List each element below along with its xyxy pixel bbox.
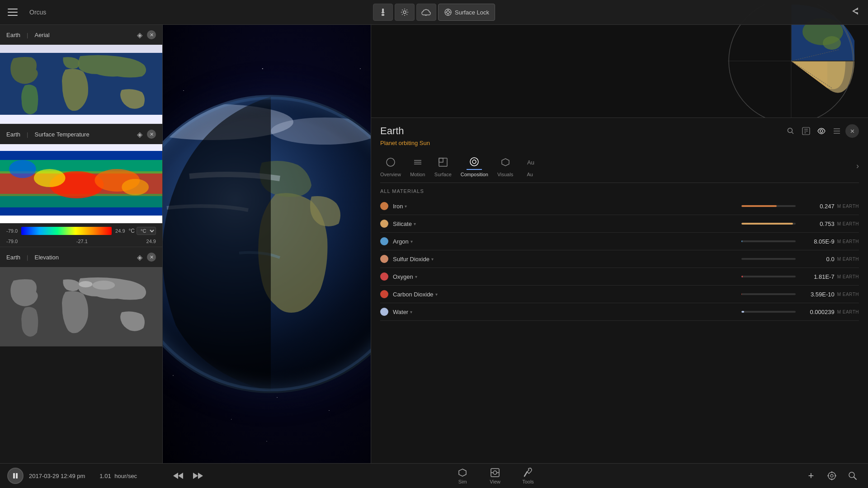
search-button[interactable] xyxy=(784,124,797,138)
material-color-4 xyxy=(380,272,388,281)
svg-line-82 xyxy=(854,477,856,479)
tab-visuals-label: Visuals xyxy=(497,172,513,177)
elevation-svg xyxy=(0,267,162,346)
tab-visuals[interactable]: Visuals xyxy=(497,155,513,177)
svg-marker-67 xyxy=(173,473,178,479)
rewind-button[interactable] xyxy=(170,468,186,484)
svg-point-81 xyxy=(849,472,854,478)
material-chevron-4[interactable]: ▾ xyxy=(415,274,417,279)
temp-unit-select[interactable]: °C°FK xyxy=(137,227,156,235)
surface-lock-button[interactable]: Surface Lock xyxy=(438,4,495,21)
panel-action-icons: ✕ xyxy=(784,124,859,138)
material-color-1 xyxy=(380,220,388,228)
aerial-layers-button[interactable]: ◈ xyxy=(137,31,142,39)
tab-composition[interactable]: Composition xyxy=(461,155,488,177)
tab-sim[interactable]: Sim xyxy=(450,465,475,486)
share-button[interactable] xyxy=(851,6,861,19)
tab-overview[interactable]: Overview xyxy=(380,155,401,177)
svg-marker-68 xyxy=(193,473,198,479)
surface-temp-title: Earth | Surface Temperature xyxy=(6,131,90,138)
svg-rect-15 xyxy=(0,144,162,151)
material-bar-fill-1 xyxy=(741,223,793,225)
material-chevron-5[interactable]: ▾ xyxy=(435,292,438,297)
material-bar-bg-5 xyxy=(741,293,796,295)
svg-rect-1 xyxy=(382,14,384,16)
materials-list: Iron ▾ 0.247 M EARTH Silicate ▾ 0.753 xyxy=(380,197,859,321)
svg-rect-13 xyxy=(0,115,162,124)
cloud-button[interactable] xyxy=(416,4,436,21)
elevation-controls: ◈ ✕ xyxy=(137,253,156,262)
time-speed: 1.01 hour/sec xyxy=(99,473,137,479)
elevation-layers-button[interactable]: ◈ xyxy=(137,253,142,262)
earth-svg xyxy=(163,95,371,393)
aerial-header: Earth | Aerial ◈ ✕ xyxy=(0,25,162,45)
material-chevron-6[interactable]: ▾ xyxy=(410,310,412,314)
bottom-center: Sim View Tools xyxy=(213,465,778,486)
bottom-left: 2017-03-29 12:49 pm 1.01 hour/sec xyxy=(0,468,163,484)
section-title: ALL MATERIALS xyxy=(380,183,859,197)
bottom-skip-controls xyxy=(163,468,213,484)
torch-button[interactable] xyxy=(373,4,393,21)
tab-motion[interactable]: Motion xyxy=(410,155,425,177)
tabs-scroll-right[interactable]: › xyxy=(856,161,859,171)
material-chevron-3[interactable]: ▾ xyxy=(431,257,434,262)
eye-button[interactable] xyxy=(815,124,828,138)
fast-forward-button[interactable] xyxy=(190,468,206,484)
material-chevron-1[interactable]: ▾ xyxy=(414,221,416,226)
add-button[interactable]: + xyxy=(803,468,819,484)
tab-overview-label: Overview xyxy=(380,172,401,177)
material-unit-5: M EARTH xyxy=(837,292,859,297)
tab-motion-label: Motion xyxy=(410,172,425,177)
material-unit-6: M EARTH xyxy=(837,310,859,314)
play-pause-button[interactable] xyxy=(7,468,24,484)
svg-point-27 xyxy=(92,281,115,290)
gear-icon xyxy=(400,8,409,17)
tab-view[interactable]: View xyxy=(482,465,508,486)
panel-tabs-row: Overview Motion xyxy=(380,151,859,183)
elevation-close-button[interactable]: ✕ xyxy=(147,253,156,262)
locate-button[interactable] xyxy=(824,468,840,484)
material-bar-fill-6 xyxy=(741,311,744,313)
tab-tools[interactable]: Tools xyxy=(515,465,541,486)
surface-temp-close-button[interactable]: ✕ xyxy=(147,130,156,139)
material-bar-fill-0 xyxy=(741,205,777,207)
material-bar-bg-1 xyxy=(741,223,796,225)
material-value-4: 1.81E-7 xyxy=(798,273,835,280)
surface-temp-header: Earth | Surface Temperature ◈ ✕ xyxy=(0,124,162,144)
material-bar-bg-4 xyxy=(741,276,796,277)
material-value-2: 8.05E-9 xyxy=(798,238,835,245)
bottom-right: + xyxy=(778,468,868,484)
surface-lock-icon xyxy=(444,8,452,16)
search-bottom-icon xyxy=(848,471,857,480)
material-chevron-2[interactable]: ▾ xyxy=(410,239,413,244)
tab-composition-label: Composition xyxy=(461,172,488,177)
tab-au[interactable]: Au Au xyxy=(522,155,538,177)
temp-mid-val: -27.1 xyxy=(76,239,88,244)
surface-temp-controls: ◈ ✕ xyxy=(137,130,156,139)
material-name-2: Argon ▾ xyxy=(393,238,737,245)
settings-button[interactable] xyxy=(395,4,415,21)
material-color-0 xyxy=(380,202,388,210)
tab-surface[interactable]: Surface xyxy=(434,155,452,177)
material-value-1: 0.753 xyxy=(798,221,835,227)
material-value-6: 0.000239 xyxy=(798,309,835,315)
menu-button[interactable] xyxy=(0,0,25,25)
material-value-area-4: 1.81E-7 M EARTH xyxy=(741,273,859,280)
material-color-3 xyxy=(380,255,388,263)
time-display: 2017-03-29 12:49 pm xyxy=(29,473,85,479)
right-panel-close-button[interactable]: ✕ xyxy=(845,124,859,138)
info-button[interactable] xyxy=(799,124,813,138)
svg-point-38 xyxy=(823,36,841,50)
surface-temp-layers-button[interactable]: ◈ xyxy=(137,130,142,139)
material-bar-bg-2 xyxy=(741,240,796,242)
list-button[interactable] xyxy=(830,124,844,138)
aerial-close-button[interactable]: ✕ xyxy=(147,30,156,39)
material-unit-2: M EARTH xyxy=(837,239,859,244)
svg-point-76 xyxy=(830,474,833,477)
search-globe-button[interactable] xyxy=(844,468,861,484)
material-bar-fill-5 xyxy=(741,293,742,295)
aerial-panel: Earth | Aerial ◈ ✕ xyxy=(0,25,162,124)
cloud-icon xyxy=(421,9,431,16)
material-chevron-0[interactable]: ▾ xyxy=(405,204,407,209)
temp-unit-label: °C xyxy=(129,228,135,234)
